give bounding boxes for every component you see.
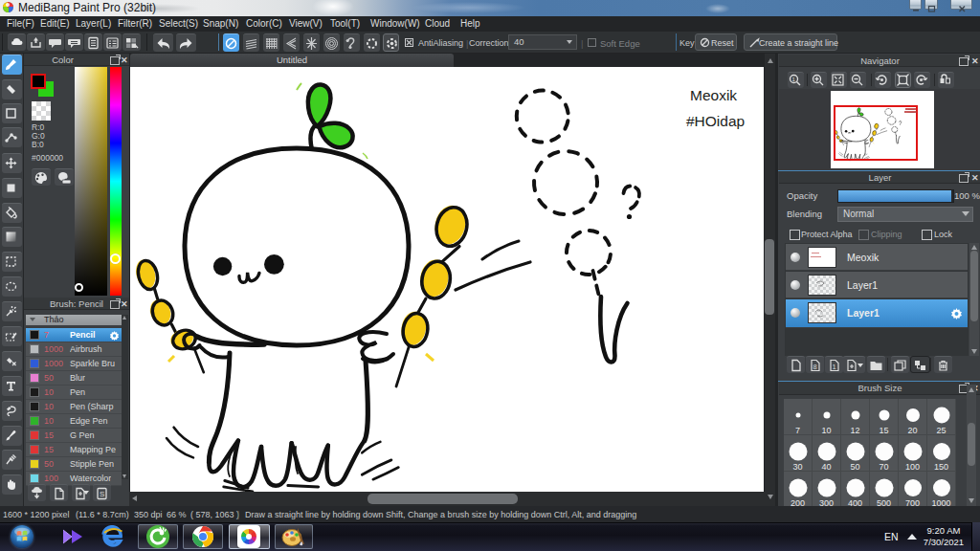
svg-text:#HOidap: #HOidap — [686, 113, 745, 129]
svg-text:1: 1 — [792, 77, 796, 82]
svg-text:1: 1 — [833, 363, 836, 371]
svg-text:Meoxik: Meoxik — [690, 87, 737, 103]
svg-text:8: 8 — [813, 363, 817, 371]
svg-text:S: S — [100, 490, 104, 498]
